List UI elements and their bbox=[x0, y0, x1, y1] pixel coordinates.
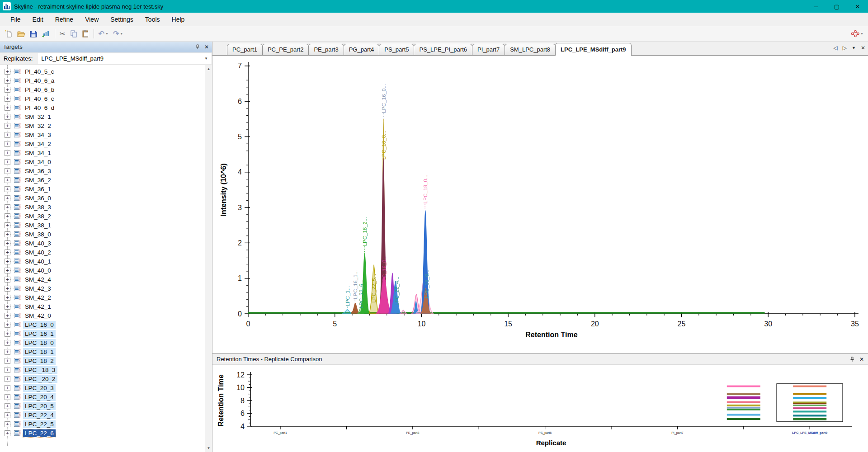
tab-PS_part5[interactable]: PS_part5 bbox=[379, 44, 414, 55]
target-row-SM_34_0[interactable]: +SM_34_0 bbox=[0, 157, 205, 166]
tab-PI_part7[interactable]: PI_part7 bbox=[472, 44, 505, 55]
redo-button[interactable]: ↷ ▼ bbox=[111, 28, 125, 39]
replicates-combo[interactable]: LPC_LPE_MSdiff_part9 ▼ bbox=[38, 53, 211, 64]
chromatogram-chart[interactable]: 0510152025303501234567Retention TimeInte… bbox=[212, 56, 866, 353]
target-row-SM_32_1[interactable]: +SM_32_1 bbox=[0, 112, 205, 121]
menu-settings[interactable]: Settings bbox=[104, 14, 139, 25]
expand-icon[interactable]: + bbox=[5, 358, 10, 364]
expand-icon[interactable]: + bbox=[5, 430, 10, 436]
target-row-PI_40_5_c[interactable]: +PI_40_5_c bbox=[0, 67, 205, 76]
target-row-LPC_18_3[interactable]: +LPC _18_3 bbox=[0, 365, 205, 374]
import-results-button[interactable] bbox=[40, 29, 52, 38]
save-button[interactable] bbox=[28, 29, 39, 38]
tab-next-icon[interactable]: ▷ bbox=[843, 45, 847, 51]
tab-PC_part1[interactable]: PC_part1 bbox=[227, 44, 263, 55]
undo-button[interactable]: ↶ ▼ bbox=[97, 28, 110, 39]
target-row-LPC_22_4[interactable]: +LPC_22_4 bbox=[0, 410, 205, 419]
expand-icon[interactable]: + bbox=[5, 250, 10, 255]
maximize-button[interactable]: ▢ bbox=[826, 0, 847, 13]
expand-icon[interactable]: + bbox=[5, 403, 10, 409]
expand-icon[interactable]: + bbox=[5, 313, 10, 319]
target-row-LPC_20_3[interactable]: +LPC_20_3 bbox=[0, 383, 205, 392]
target-row-LPC_22_5[interactable]: +LPC_22_5 bbox=[0, 419, 205, 428]
target-row-PI_40_6_a[interactable]: +PI_40_6_a bbox=[0, 76, 205, 85]
expand-icon[interactable]: + bbox=[5, 385, 10, 391]
target-row-SM_34_2[interactable]: +SM_34_2 bbox=[0, 139, 205, 148]
expand-icon[interactable]: + bbox=[5, 259, 10, 264]
target-row-SM_42_2[interactable]: +SM_42_2 bbox=[0, 293, 205, 302]
expand-icon[interactable]: + bbox=[5, 114, 10, 120]
expand-icon[interactable]: + bbox=[5, 222, 10, 228]
target-row-SM_34_3[interactable]: +SM_34_3 bbox=[0, 130, 205, 139]
target-row-SM_36_2[interactable]: +SM_36_2 bbox=[0, 175, 205, 184]
target-row-SM_34_1[interactable]: +SM_34_1 bbox=[0, 148, 205, 157]
expand-icon[interactable]: + bbox=[5, 277, 10, 282]
targets-scrollbar[interactable]: ▲ ▼ bbox=[205, 65, 212, 452]
expand-icon[interactable]: + bbox=[5, 412, 10, 418]
expand-icon[interactable]: + bbox=[5, 295, 10, 301]
expand-icon[interactable]: + bbox=[5, 349, 10, 355]
scroll-up-icon[interactable]: ▲ bbox=[207, 67, 211, 71]
expand-icon[interactable]: + bbox=[5, 132, 10, 138]
expand-icon[interactable]: + bbox=[5, 186, 10, 192]
tab-PC_PE_part2[interactable]: PC_PE_part2 bbox=[262, 44, 309, 55]
expand-icon[interactable]: + bbox=[5, 69, 10, 75]
rt-panel-close-icon[interactable]: ✕ bbox=[859, 356, 864, 363]
expand-icon[interactable]: + bbox=[5, 87, 10, 93]
target-row-LPC_18_2[interactable]: +LPC_18_2 bbox=[0, 356, 205, 365]
target-row-SM_40_3[interactable]: +SM_40_3 bbox=[0, 239, 205, 248]
close-button[interactable]: ✕ bbox=[847, 0, 868, 13]
target-row-SM_42_1[interactable]: +SM_42_1 bbox=[0, 302, 205, 311]
target-row-SM_36_0[interactable]: +SM_36_0 bbox=[0, 193, 205, 202]
targets-close-icon[interactable]: ✕ bbox=[204, 44, 209, 50]
target-row-SM_38_0[interactable]: +SM_38_0 bbox=[0, 230, 205, 239]
expand-icon[interactable]: + bbox=[5, 159, 10, 165]
scroll-down-icon[interactable]: ▼ bbox=[207, 446, 211, 450]
target-row-LPC_18_1[interactable]: +LPC_18_1 bbox=[0, 347, 205, 356]
menu-tools[interactable]: Tools bbox=[139, 14, 166, 25]
expand-icon[interactable]: + bbox=[5, 240, 10, 246]
rt-replicate-chart[interactable]: 4681012PC_part1PE_part3PS_part5PI_part7L… bbox=[212, 365, 866, 452]
expand-icon[interactable]: + bbox=[5, 322, 10, 328]
menu-file[interactable]: File bbox=[5, 14, 27, 25]
menu-view[interactable]: View bbox=[79, 14, 104, 25]
tab-PE_part3[interactable]: PE_part3 bbox=[308, 44, 344, 55]
pin-icon[interactable] bbox=[195, 44, 200, 50]
expand-icon[interactable]: + bbox=[5, 268, 10, 273]
target-row-SM_40_2[interactable]: +SM_40_2 bbox=[0, 248, 205, 257]
target-row-LPC_16_0[interactable]: +LPC_16_0 bbox=[0, 320, 205, 329]
expand-icon[interactable]: + bbox=[5, 177, 10, 183]
tab-menu-icon[interactable]: ▼ bbox=[852, 46, 856, 50]
minimize-button[interactable]: ─ bbox=[806, 0, 826, 13]
copy-button[interactable] bbox=[68, 29, 79, 38]
menu-help[interactable]: Help bbox=[166, 14, 191, 25]
open-button[interactable] bbox=[15, 29, 27, 38]
target-row-LPC_18_0[interactable]: +LPC_18_0 bbox=[0, 338, 205, 347]
target-row-LPC_16_1[interactable]: +LPC_16_1 bbox=[0, 329, 205, 338]
expand-icon[interactable]: + bbox=[5, 150, 10, 156]
target-row-SM_42_4[interactable]: +SM_42_4 bbox=[0, 275, 205, 284]
target-row-LPC_20_4[interactable]: +LPC_20_4 bbox=[0, 392, 205, 401]
target-row-SM_32_2[interactable]: +SM_32_2 bbox=[0, 121, 205, 130]
tab-PS_LPE_PI_part6[interactable]: PS_LPE_PI_part6 bbox=[414, 44, 472, 55]
molecule-mode-button[interactable]: ▼ bbox=[850, 30, 863, 38]
target-row-SM_36_3[interactable]: +SM_36_3 bbox=[0, 166, 205, 175]
expand-icon[interactable]: + bbox=[5, 204, 10, 210]
target-row-SM_38_2[interactable]: +SM_38_2 bbox=[0, 212, 205, 221]
target-row-SM_36_1[interactable]: +SM_36_1 bbox=[0, 184, 205, 193]
tab-prev-icon[interactable]: ◁ bbox=[834, 45, 838, 51]
tab-PG_part4[interactable]: PG_part4 bbox=[344, 44, 380, 55]
target-row-SM_40_1[interactable]: +SM_40_1 bbox=[0, 257, 205, 266]
target-row-PI_40_6_c[interactable]: +PI_40_6_c bbox=[0, 94, 205, 103]
target-row-SM_38_1[interactable]: +SM_38_1 bbox=[0, 221, 205, 230]
expand-icon[interactable]: + bbox=[5, 141, 10, 147]
target-row-SM_38_3[interactable]: +SM_38_3 bbox=[0, 202, 205, 212]
target-row-PI_40_6_b[interactable]: +PI_40_6_b bbox=[0, 85, 205, 94]
expand-icon[interactable]: + bbox=[5, 340, 10, 346]
target-row-PI_40_6_d[interactable]: +PI_40_6_d bbox=[0, 103, 205, 112]
expand-icon[interactable]: + bbox=[5, 78, 10, 84]
target-row-SM_42_3[interactable]: +SM_42_3 bbox=[0, 284, 205, 293]
tab-SM_LPC_part8[interactable]: SM_LPC_part8 bbox=[505, 44, 556, 55]
expand-icon[interactable]: + bbox=[5, 367, 10, 373]
expand-icon[interactable]: + bbox=[5, 331, 10, 337]
